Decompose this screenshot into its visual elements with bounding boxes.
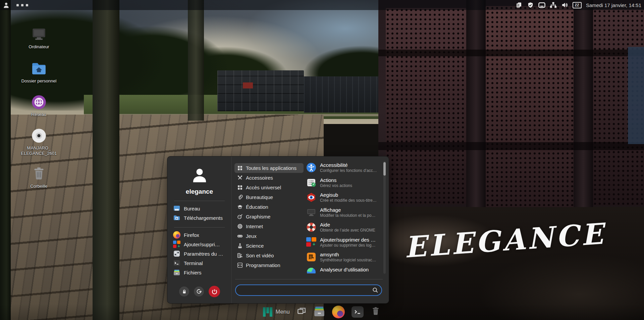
home-folder-icon xyxy=(31,60,47,77)
category-son-et-video[interactable]: Son et vidéo xyxy=(234,251,304,260)
place-item-telechargements[interactable]: Téléchargements xyxy=(167,213,231,222)
app-item-aide[interactable]: Aide Obtenir de l’aide avec GNOME xyxy=(306,222,380,232)
favorite-item-add-remove[interactable]: Ajouter/suppri… xyxy=(167,240,231,249)
app-name: amsynth xyxy=(320,252,376,257)
category-science[interactable]: Science xyxy=(234,241,304,251)
network-icon[interactable] xyxy=(550,2,557,8)
computer-icon xyxy=(31,26,47,43)
favorite-item-firefox[interactable]: Firefox xyxy=(167,230,231,240)
place-item-bureau[interactable]: Bureau xyxy=(167,204,231,213)
user-icon[interactable] xyxy=(3,2,10,8)
favorite-label: Ajouter/suppri… xyxy=(184,242,220,247)
app-item-affichage[interactable]: Affichage Modifier la résolution et la p… xyxy=(306,207,380,217)
app-item-amsynth[interactable]: amsynth Synthétiseur logiciel soustrac… xyxy=(306,252,380,262)
wallpaper-beam xyxy=(574,0,593,221)
desktop-icon-home-folder[interactable]: Dossier personnel xyxy=(19,60,58,94)
app-text: Analyseur d’utilisation xyxy=(320,267,369,274)
app-text: amsynth Synthétiseur logiciel soustrac… xyxy=(320,252,376,262)
volume-icon[interactable] xyxy=(561,2,568,8)
category-label: Accès universel xyxy=(246,185,281,190)
help-lifebuoy-icon xyxy=(306,222,316,232)
app-description: Crée et modifie des sous-titre… xyxy=(320,198,377,203)
category-accessoires[interactable]: Accessoires xyxy=(234,173,304,183)
window-list-icon[interactable] xyxy=(297,307,307,317)
separator xyxy=(174,201,225,201)
desktop-screen: ELEGANCE ZZ Samedi xyxy=(0,0,644,320)
code-icon xyxy=(237,262,243,268)
place-label: Téléchargements xyxy=(184,215,223,221)
tools-icon xyxy=(237,175,243,181)
display-settings-icon[interactable] xyxy=(538,2,545,8)
category-internet[interactable]: Internet xyxy=(234,221,304,231)
dock-terminal-icon[interactable] xyxy=(352,306,364,318)
dock-files-icon[interactable] xyxy=(313,305,325,319)
app-item-accessibilite[interactable]: Accessibilité Configurer les fonctions d… xyxy=(306,163,380,173)
menu-app-list: Accessibilité Configurer les fonctions d… xyxy=(306,163,380,273)
actions-icon xyxy=(306,178,316,188)
app-name: Affichage xyxy=(320,207,375,213)
graduation-cap-icon xyxy=(237,204,243,210)
app-list-scrollbar[interactable] xyxy=(383,161,386,274)
top-panel: ZZ Samedi 17 janvier, 14:51 xyxy=(0,0,644,10)
category-graphisme[interactable]: Graphisme xyxy=(234,212,304,221)
workspace-dots-icon[interactable] xyxy=(16,4,28,6)
app-description: Synthétiseur logiciel soustrac… xyxy=(320,258,376,262)
category-programmation[interactable]: Programmation xyxy=(234,260,304,270)
app-text: Actions Gérez vos actions xyxy=(320,178,352,188)
usage-analyzer-icon xyxy=(306,267,316,274)
category-bureautique[interactable]: Bureautique xyxy=(234,192,304,202)
menu-button[interactable]: Menu xyxy=(263,307,290,317)
desktop-icon-label: MANJARO_ ELEGANCE_2601 xyxy=(21,145,57,156)
scrollbar-thumb[interactable] xyxy=(383,162,386,176)
user-avatar[interactable] xyxy=(167,166,231,184)
dock-firefox-icon[interactable] xyxy=(332,306,345,318)
lock-button[interactable] xyxy=(179,286,189,297)
app-item-ajouter-supprimer[interactable]: Ajouter/supprimer des … Ajouter ou suppr… xyxy=(306,237,380,247)
app-item-analyseur[interactable]: Analyseur d’utilisation xyxy=(306,267,380,274)
search-input[interactable] xyxy=(235,284,382,296)
desktop-icon-iso-disc[interactable]: MANJARO_ ELEGANCE_2601 xyxy=(19,127,58,166)
desktop-icon-label: Ordinateur xyxy=(29,44,49,50)
favorite-item-terminal[interactable]: Terminal xyxy=(167,258,231,268)
category-acces-universel[interactable]: Accès universel xyxy=(234,183,304,192)
clipboard-notes-icon[interactable] xyxy=(516,2,523,8)
category-label: Bureautique xyxy=(246,194,273,200)
firefox-icon xyxy=(173,231,180,239)
favorite-item-files[interactable]: Fichiers xyxy=(167,268,231,277)
palette-pen-icon xyxy=(237,214,243,219)
category-label: Éducation xyxy=(246,204,268,210)
category-jeux[interactable]: Jeux xyxy=(234,231,304,241)
favorite-label: Paramètres du … xyxy=(184,251,223,257)
search-bar xyxy=(235,284,382,296)
app-item-aegisub[interactable]: Aegisub Crée et modifie des sous-titre… xyxy=(306,192,380,202)
power-button[interactable] xyxy=(209,286,220,297)
category-label: Programmation xyxy=(246,262,280,268)
app-description: Modifier la résolution et la po… xyxy=(320,213,375,218)
terminal-icon xyxy=(173,259,180,267)
desktop-icon-label: Dossier personnel xyxy=(21,78,57,84)
category-label: Internet xyxy=(246,223,263,229)
app-name: Aide xyxy=(320,222,375,228)
favorite-label: Terminal xyxy=(184,260,203,266)
avatar-person-icon xyxy=(191,166,209,184)
app-name: Actions xyxy=(320,178,352,183)
user-name: elegance xyxy=(167,188,231,195)
desktop-icon-column: Ordinateur Dossier personnel MANJARO_ EL… xyxy=(19,26,58,199)
desktop-place-icon xyxy=(173,205,180,212)
screensaver-zz-icon[interactable]: ZZ xyxy=(573,2,582,8)
grid-icon xyxy=(237,185,243,190)
desktop-icon-trash[interactable]: Corbeille xyxy=(19,166,58,199)
panel-clock[interactable]: Samedi 17 janvier, 14:51 xyxy=(586,2,641,8)
desktop-icon-computer[interactable]: Ordinateur xyxy=(19,26,58,60)
logout-button[interactable] xyxy=(194,286,204,297)
category-all-applications[interactable]: Toutes les applications xyxy=(234,163,304,173)
dock-trash-icon[interactable] xyxy=(370,306,381,318)
category-education[interactable]: Éducation xyxy=(234,202,304,212)
favorite-item-settings[interactable]: Paramètres du … xyxy=(167,249,231,258)
desktop-icon-network[interactable]: MANJARO_ ELEGANCE_2601 Réseau xyxy=(19,94,58,127)
wallpaper-post-center xyxy=(188,0,204,121)
shield-check-icon[interactable] xyxy=(527,2,534,8)
amsynth-icon xyxy=(306,252,316,262)
bottom-panel: Menu xyxy=(0,304,644,320)
app-item-actions[interactable]: Actions Gérez vos actions xyxy=(306,178,380,188)
